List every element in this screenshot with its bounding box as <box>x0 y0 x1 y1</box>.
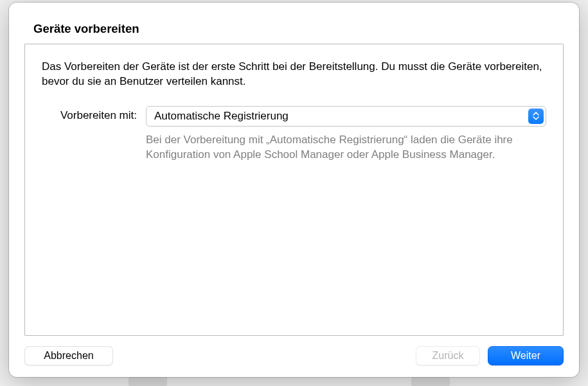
button-bar: Abbrechen Zurück Weiter <box>24 346 564 365</box>
prepare-with-help-text: Bei der Vorbereitung mit „Automatische R… <box>146 133 538 162</box>
prepare-with-label: Vorbereiten mit: <box>42 106 137 122</box>
prepare-devices-sheet: Geräte vorbereiten Das Vorbereiten der G… <box>9 3 579 377</box>
back-button: Zurück <box>416 346 480 365</box>
prepare-with-body: Automatische Registrierung Bei der Vorbe… <box>146 106 546 162</box>
background-window-hint <box>129 377 167 386</box>
content-box: Das Vorbereiten der Geräte ist der erste… <box>24 44 564 336</box>
prepare-with-row: Vorbereiten mit: Automatische Registrier… <box>42 106 546 162</box>
sheet-title: Geräte vorbereiten <box>33 22 564 36</box>
prepare-with-popup[interactable]: Automatische Registrierung <box>146 106 546 127</box>
updown-chevron-icon <box>528 109 544 124</box>
prepare-with-selected-value: Automatische Registrierung <box>154 110 289 123</box>
next-button[interactable]: Weiter <box>488 346 564 365</box>
background-window-hint <box>411 377 450 386</box>
cancel-button[interactable]: Abbrechen <box>24 346 113 365</box>
intro-text: Das Vorbereiten der Geräte ist der erste… <box>42 60 546 89</box>
